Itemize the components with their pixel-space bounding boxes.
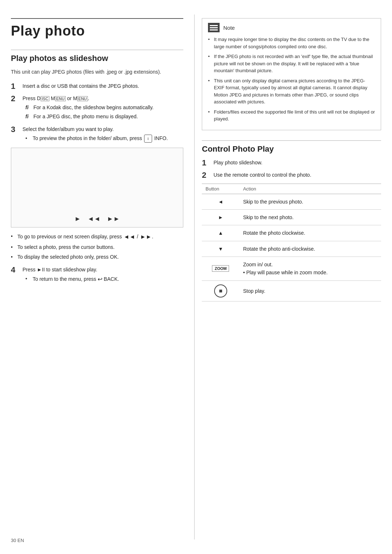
- step-3-content: Select the folder/album you want to play…: [23, 126, 183, 144]
- action-rotate-ccw: Rotate the photo anti-clockwise.: [240, 241, 381, 257]
- step-1-content: Insert a disc or USB that contains the J…: [23, 82, 183, 90]
- step-2-sub-2: fi For a JPEG disc, the photo menu is di…: [25, 113, 183, 120]
- next-arrow: ►►: [140, 233, 152, 241]
- zoom-note: • Play will pause while in zoom mode.: [243, 270, 328, 275]
- step-3-text: Select the folder/album you want to play…: [23, 126, 114, 132]
- action-zoom: Zoom in/ out. • Play will pause while in…: [240, 257, 381, 281]
- step-2-sub-1-text: For a Kodak disc, the slideshow begins a…: [33, 104, 154, 111]
- step-2-sub-2-text: For a JPEG disc, the photo menu is displ…: [33, 113, 138, 120]
- svg-rect-0: [210, 25, 218, 26]
- control-step-1-num: 1: [202, 158, 213, 168]
- note-bullet-2-text: If the JPEG photo is not recorded with a…: [214, 53, 375, 74]
- control-step-2-num: 2: [202, 171, 213, 180]
- prev-arrow: ◄◄: [124, 233, 135, 241]
- action-rotate-cw: Rotate the photo clockwise.: [240, 225, 381, 241]
- step-2-num: 2: [11, 94, 23, 103]
- action-stop: Stop play.: [240, 280, 381, 301]
- note-title: Note: [223, 25, 235, 31]
- btn-down: ▼: [202, 241, 239, 257]
- section-slideshow-title: Play photos as slideshow: [11, 50, 183, 63]
- preview-bullet-3: • To display the selected photo only, pr…: [11, 253, 183, 261]
- control-section-title: Control Photo Play: [202, 140, 381, 154]
- right-column: Note • It may require longer time to dis…: [194, 15, 381, 539]
- btn-next: ►: [202, 209, 239, 225]
- preview-bullet-2: • To select a photo, press the cursor bu…: [11, 243, 183, 251]
- table-row: ZOOM Zoom in/ out. • Play will pause whi…: [202, 257, 381, 281]
- stop-button-icon: ■: [214, 284, 227, 297]
- step-2-text: Press DISC MENU or MENU.: [23, 95, 89, 101]
- note-bullet-1-text: It may require longer time to display th…: [214, 36, 375, 50]
- button-action-table: Button Action ◄ Skip to the previous pho…: [202, 184, 381, 301]
- table-row: ▼ Rotate the photo anti-clockwise.: [202, 241, 381, 257]
- action-next: Skip to the next photo.: [240, 209, 381, 225]
- note-bullet-3: • This unit can only display digital cam…: [208, 77, 375, 106]
- left-column: Play photo Play photos as slideshow This…: [11, 15, 194, 539]
- step-4-sub-1-text: To return to the menu, press ↩ BACK.: [33, 275, 119, 284]
- note-bullet-4-text: Folders/files exceed the supported file …: [214, 108, 375, 123]
- info-icon: i: [144, 135, 152, 143]
- step-3-num: 3: [11, 125, 23, 134]
- btn-prev: ◄: [202, 194, 239, 209]
- step-4-content: Press ►II to start slideshow play. • To …: [23, 266, 183, 285]
- step-3-sub-1: • To preview the photos in the folder/ a…: [25, 135, 183, 143]
- step-1-num: 1: [11, 82, 23, 91]
- page-footer: 30 EN: [11, 538, 24, 543]
- control-step-2: 2 Use the remote control to control the …: [202, 171, 381, 180]
- btn-zoom: ZOOM: [202, 257, 239, 281]
- preview-bullet-list: • To go to previous or next screen displ…: [11, 233, 183, 261]
- table-row: ► Skip to the next photo.: [202, 209, 381, 225]
- control-step-1: 1 Play photo slideshow.: [202, 159, 381, 168]
- note-bullet-2: • If the JPEG photo is not recorded with…: [208, 53, 375, 74]
- return-icon: ↩: [98, 275, 102, 284]
- note-bullets: • It may require longer time to display …: [208, 36, 375, 123]
- preview-controls: ► ◄◄ ►►: [74, 215, 120, 223]
- preview-box: ► ◄◄ ►►: [11, 148, 183, 227]
- preview-bullet-3-text: To display the selected photo only, pres…: [17, 253, 119, 261]
- table-row: ◄ Skip to the previous photo.: [202, 194, 381, 209]
- step-4: 4 Press ►II to start slideshow play. • T…: [11, 266, 183, 285]
- step-1-text: Insert a disc or USB that contains the J…: [23, 83, 139, 89]
- step-2-content: Press DISC MENU or MENU. fi For a Kodak …: [23, 95, 183, 122]
- step-3-sub-1-text: To preview the photos in the folder/ alb…: [33, 135, 168, 143]
- step-3-subs: • To preview the photos in the folder/ a…: [25, 135, 183, 143]
- prev-icon: ◄◄: [87, 215, 101, 223]
- table-row: ■ Stop play.: [202, 280, 381, 301]
- step-2-sub-1: fi For a Kodak disc, the slideshow begin…: [25, 104, 183, 111]
- control-step-1-content: Play photo slideshow.: [213, 159, 381, 167]
- step-1: 1 Insert a disc or USB that contains the…: [11, 82, 183, 91]
- action-prev: Skip to the previous photo.: [240, 194, 381, 209]
- btn-up: ▲: [202, 225, 239, 241]
- preview-bullet-1-text: To go to previous or next screen display…: [17, 233, 153, 241]
- col-action: Action: [240, 184, 381, 194]
- zoom-label: ZOOM: [212, 265, 229, 272]
- col-button: Button: [202, 184, 239, 194]
- step-4-subs: • To return to the menu, press ↩ BACK.: [25, 275, 183, 284]
- note-header: Note: [208, 23, 375, 32]
- preview-bullet-2-text: To select a photo, press the cursor butt…: [17, 243, 115, 251]
- svg-rect-2: [210, 29, 218, 30]
- btn-stop: ■: [202, 280, 239, 301]
- note-box: Note • It may require longer time to dis…: [202, 18, 381, 130]
- preview-bullet-1: • To go to previous or next screen displ…: [11, 233, 183, 241]
- control-step-2-content: Use the remote control to control the ph…: [213, 171, 381, 179]
- step-3: 3 Select the folder/album you want to pl…: [11, 126, 183, 144]
- page: Play photo Play photos as slideshow This…: [0, 0, 392, 554]
- note-bullet-1: • It may require longer time to display …: [208, 36, 375, 50]
- table-row: ▲ Rotate the photo clockwise.: [202, 225, 381, 241]
- svg-rect-1: [210, 27, 218, 28]
- next-icon: ►►: [107, 215, 120, 223]
- step-2-subs: fi For a Kodak disc, the slideshow begin…: [25, 104, 183, 120]
- note-lines-icon: [210, 24, 218, 31]
- step-4-text: Press ►II to start slideshow play.: [23, 267, 97, 272]
- step-4-sub-1: • To return to the menu, press ↩ BACK.: [25, 275, 183, 284]
- intro-text: This unit can play JPEG photos (files wi…: [11, 68, 183, 76]
- note-bullet-4: • Folders/files exceed the supported fil…: [208, 108, 375, 123]
- note-bullet-3-text: This unit can only display digital camer…: [214, 77, 375, 106]
- step-4-num: 4: [11, 265, 23, 275]
- play-icon: ►: [74, 215, 81, 223]
- note-icon: [208, 23, 220, 32]
- page-title: Play photo: [11, 18, 183, 39]
- step-2: 2 Press DISC MENU or MENU. fi For a Koda…: [11, 95, 183, 122]
